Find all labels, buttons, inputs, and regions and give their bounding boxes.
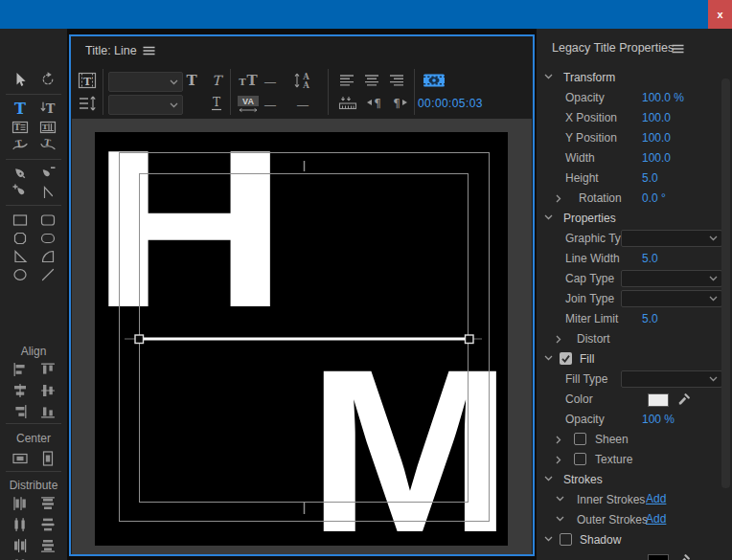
new-title-based-on-current-button[interactable]: T — [77, 71, 98, 90]
align-align-horizontal-left-button[interactable] — [11, 360, 30, 379]
tool-area-type[interactable]: T — [11, 118, 30, 137]
paragraph-insert-left-button[interactable]: ¶ — [389, 94, 410, 111]
font-size-value[interactable]: — — [264, 76, 276, 89]
align-text-right-button[interactable] — [387, 73, 406, 88]
tool-type[interactable]: T — [11, 99, 30, 118]
tool-rectangle[interactable] — [11, 211, 30, 230]
chevron-down-icon[interactable] — [544, 476, 553, 482]
chevron-right-icon[interactable] — [556, 436, 561, 444]
align-align-vertical-bottom-button[interactable] — [38, 402, 57, 421]
font-family-select[interactable] — [108, 72, 183, 92]
width-value[interactable]: 100.0 — [642, 151, 671, 165]
tool-arc[interactable] — [38, 247, 57, 266]
chevron-right-icon[interactable] — [556, 194, 561, 203]
distribute-distribute-vertical-top-button[interactable] — [38, 494, 57, 513]
line-handle-right[interactable] — [466, 335, 474, 344]
tool-vertical-area-type[interactable]: T — [38, 118, 57, 137]
height-value[interactable]: 5.0 — [642, 171, 658, 185]
roll-crawl-options-button[interactable] — [77, 94, 98, 113]
distribute-distribute-vertical-bottom-button[interactable] — [38, 536, 57, 555]
prop-row-x-position: X Position100.0 — [537, 108, 732, 128]
timecode-value[interactable]: 00:00:05:03 — [418, 97, 483, 110]
italic-button[interactable]: T — [207, 71, 226, 90]
align-text-center-button[interactable] — [362, 73, 381, 88]
leading-value[interactable]: — — [297, 99, 309, 112]
prop-row-opacity: Opacity100 % — [537, 410, 732, 430]
center-center-horizontal-button[interactable] — [11, 449, 30, 468]
chevron-down-icon[interactable] — [556, 516, 564, 522]
chevron-down-icon[interactable] — [544, 74, 553, 79]
tab-stops-button[interactable] — [337, 94, 358, 111]
texture-checkbox[interactable] — [574, 453, 586, 465]
line-handle-left[interactable] — [135, 335, 144, 344]
align-text-left-button[interactable] — [337, 73, 356, 88]
chevron-right-icon[interactable] — [556, 335, 561, 344]
distribute-distribute-horizontal-left-button[interactable] — [11, 494, 30, 513]
join-type-select[interactable] — [621, 290, 722, 307]
distribute-distribute-horizontal-center-button[interactable] — [11, 515, 30, 534]
chevron-down-icon[interactable] — [556, 496, 564, 502]
tool-wedge[interactable] — [11, 247, 30, 266]
tool-add-anchor-point[interactable] — [11, 182, 30, 201]
fill-checkbox[interactable] — [560, 352, 572, 365]
tool-round-rectangle[interactable] — [38, 229, 57, 248]
x-position-value[interactable]: 100.0 — [642, 111, 671, 124]
tool-pen[interactable] — [11, 164, 30, 183]
bold-button[interactable]: T — [182, 71, 201, 90]
paragraph-insert-right-button[interactable]: ¶ — [364, 94, 385, 111]
scrollbar-thumb[interactable] — [721, 78, 730, 488]
tool-rotation[interactable] — [38, 70, 57, 89]
shadow-checkbox[interactable] — [560, 533, 572, 546]
tool-vertical-path-type[interactable]: T — [38, 137, 57, 156]
drawing-canvas[interactable]: H M — [95, 132, 508, 546]
chevron-down-icon[interactable] — [544, 214, 553, 220]
color-swatch[interactable] — [648, 393, 669, 407]
center-center-vertical-button[interactable] — [38, 449, 57, 468]
rotation-value[interactable]: 0.0 ° — [642, 191, 666, 205]
tool-vertical-type[interactable]: T — [38, 99, 57, 118]
shadow-color-swatch[interactable] — [648, 554, 669, 560]
prop-row-y-position: Y Position100.0 — [537, 128, 732, 148]
distribute-distribute-horizontal-right-button[interactable] — [11, 536, 30, 555]
kerning-value[interactable]: — — [264, 99, 276, 112]
tool-convert-anchor-point[interactable] — [38, 182, 57, 201]
distribute-distribute-vertical-center-button[interactable] — [38, 515, 57, 534]
chevron-right-icon[interactable] — [556, 456, 561, 464]
opacity-value[interactable]: 100.0 % — [642, 91, 684, 104]
opacity-value[interactable]: 100 % — [642, 413, 675, 426]
tool-delete-anchor-point[interactable] — [38, 164, 57, 183]
outer-strokes-add-link[interactable]: Add — [646, 512, 666, 526]
panel-menu-icon[interactable] — [672, 44, 684, 54]
fill-type-select[interactable] — [621, 370, 722, 388]
close-button[interactable]: x — [708, 0, 732, 29]
panel-menu-icon[interactable] — [143, 46, 155, 56]
chevron-down-icon[interactable] — [544, 536, 553, 542]
tool-clipped-corner-rectangle[interactable] — [11, 229, 30, 248]
outer-strokes-label: Outer Strokes — [577, 513, 648, 526]
line-width-value[interactable]: 5.0 — [642, 252, 658, 265]
inner-strokes-add-link[interactable]: Add — [646, 492, 666, 505]
eyedropper-icon[interactable] — [676, 552, 692, 560]
tool-line[interactable] — [38, 265, 57, 284]
font-style-select[interactable] — [108, 95, 183, 115]
y-position-value[interactable]: 100.0 — [642, 131, 671, 145]
chevron-down-icon[interactable] — [544, 355, 553, 361]
tool-path-type[interactable]: T — [11, 137, 30, 156]
align-align-vertical-top-button[interactable] — [38, 360, 57, 379]
sheen-checkbox[interactable] — [574, 433, 586, 445]
canvas-letter-M[interactable]: M — [308, 321, 508, 546]
show-background-video-button[interactable] — [422, 71, 446, 90]
graphic-type-select[interactable] — [621, 230, 722, 247]
cap-type-select[interactable] — [621, 270, 722, 287]
canvas-letter-H[interactable]: H — [95, 132, 288, 354]
align-align-horizontal-center-button[interactable] — [11, 381, 30, 400]
miter-limit-value[interactable]: 5.0 — [642, 312, 658, 325]
window-titlebar[interactable]: x — [0, 0, 732, 29]
align-align-horizontal-right-button[interactable] — [11, 402, 30, 421]
tool-selection[interactable] — [11, 70, 30, 89]
eyedropper-icon[interactable] — [676, 392, 692, 407]
align-align-vertical-center-button[interactable] — [38, 381, 57, 400]
tool-rounded-corner-rectangle[interactable] — [38, 211, 57, 230]
tool-ellipse[interactable] — [11, 265, 30, 284]
underline-button[interactable]: T — [207, 94, 226, 113]
